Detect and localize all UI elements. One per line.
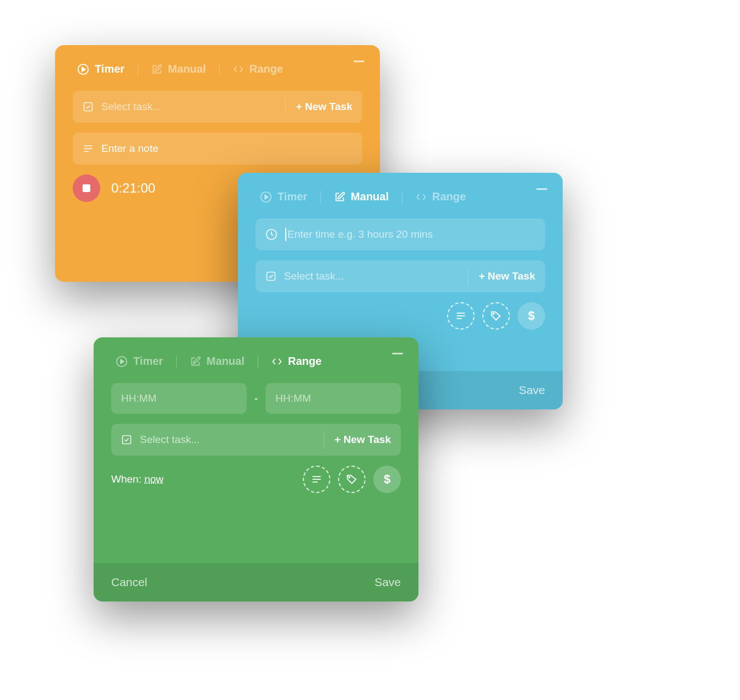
check-square-icon [83, 101, 94, 112]
icon-group: $ [447, 302, 545, 330]
play-circle-icon [116, 356, 128, 368]
task-placeholder: Select task... [284, 270, 458, 282]
when-value[interactable]: now [144, 473, 164, 485]
end-placeholder: HH:MM [275, 392, 311, 404]
time-range-row: HH:MM - HH:MM [111, 383, 401, 414]
save-button[interactable]: Save [519, 384, 545, 397]
tab-divider [402, 191, 402, 203]
icon-group: $ [303, 466, 401, 493]
tab-timer[interactable]: Timer [77, 63, 124, 75]
minimize-button[interactable] [353, 61, 364, 62]
dollar-icon: $ [528, 309, 535, 323]
range-arrows-icon [271, 357, 282, 366]
tab-range-label: Range [288, 355, 322, 368]
minimize-button[interactable] [392, 353, 403, 354]
billable-button[interactable]: $ [518, 302, 545, 330]
bottom-actions: When: now $ [111, 466, 401, 493]
billable-button[interactable]: $ [373, 466, 401, 493]
note-lines-icon [83, 144, 94, 154]
divider [324, 431, 324, 449]
range-arrows-icon [233, 65, 244, 74]
tab-manual-label: Manual [168, 63, 206, 75]
edit-icon [334, 192, 345, 203]
tabs: Timer Manual Range [111, 355, 401, 368]
tabs: Timer Manual Range [73, 63, 362, 75]
note-placeholder: Enter a note [101, 143, 352, 155]
range-card: Timer Manual Range HH:MM - HH:MM Sel [94, 337, 418, 601]
tab-divider [176, 356, 177, 368]
task-select-row[interactable]: Select task... + New Task [255, 260, 545, 292]
when-row: When: now [111, 473, 164, 485]
end-time-input[interactable]: HH:MM [265, 383, 401, 414]
svg-rect-13 [123, 436, 131, 444]
bottom-actions: $ [255, 302, 545, 330]
tab-timer-label: Timer [133, 355, 163, 368]
tab-divider [320, 191, 321, 203]
task-placeholder: Select task... [101, 101, 275, 113]
tabs: Timer Manual Range [255, 190, 545, 203]
svg-rect-7 [267, 272, 275, 281]
when-label: When: [111, 473, 142, 485]
tab-range[interactable]: Range [233, 63, 283, 75]
save-button[interactable]: Save [374, 576, 401, 589]
time-input[interactable]: Enter time e.g. 3 hours 20 mins [255, 218, 545, 250]
svg-point-17 [349, 477, 350, 478]
tab-range-label: Range [432, 190, 466, 203]
time-placeholder: Enter time e.g. 3 hours 20 mins [287, 228, 535, 240]
elapsed-time: 0:21:00 [111, 181, 155, 196]
check-square-icon [265, 271, 276, 282]
svg-point-11 [493, 313, 494, 314]
task-placeholder: Select task... [140, 434, 314, 446]
tab-range[interactable]: Range [271, 355, 322, 368]
check-square-icon [121, 434, 132, 445]
tab-timer-label: Timer [278, 190, 307, 203]
dollar-icon: $ [384, 472, 390, 486]
text-cursor [285, 228, 286, 241]
divider [468, 267, 469, 285]
task-select-row[interactable]: Select task... + New Task [111, 424, 401, 456]
task-select-row[interactable]: Select task... + New Task [73, 91, 362, 123]
tab-divider [219, 63, 220, 75]
range-arrows-icon [416, 193, 427, 201]
new-task-button[interactable]: + New Task [296, 101, 352, 113]
new-task-button[interactable]: + New Task [334, 434, 391, 446]
tab-manual[interactable]: Manual [190, 355, 244, 368]
tab-manual[interactable]: Manual [151, 63, 206, 75]
start-placeholder: HH:MM [121, 392, 156, 404]
stop-button[interactable] [73, 174, 100, 202]
tab-timer[interactable]: Timer [116, 355, 163, 368]
note-button[interactable] [447, 302, 475, 330]
cancel-button[interactable]: Cancel [111, 576, 147, 589]
card-footer: Cancel Save [94, 563, 418, 601]
range-dash: - [254, 392, 258, 405]
play-circle-icon [77, 63, 89, 75]
tab-range-label: Range [249, 63, 283, 75]
tab-divider [258, 356, 258, 368]
minimize-button[interactable] [536, 188, 547, 190]
stop-icon [83, 184, 90, 192]
tab-manual-label: Manual [206, 355, 244, 368]
note-button[interactable] [303, 466, 330, 493]
edit-icon [190, 356, 201, 367]
tag-button[interactable] [338, 466, 366, 493]
edit-icon [151, 64, 162, 75]
tag-button[interactable] [482, 302, 510, 330]
clock-icon [265, 228, 278, 240]
play-circle-icon [260, 191, 272, 203]
tab-timer[interactable]: Timer [260, 190, 307, 203]
tab-divider [138, 63, 138, 75]
divider [285, 98, 286, 116]
tab-timer-label: Timer [95, 63, 124, 75]
note-input[interactable]: Enter a note [73, 133, 362, 165]
tab-range[interactable]: Range [416, 190, 466, 203]
svg-rect-1 [84, 103, 92, 111]
tab-manual[interactable]: Manual [334, 190, 389, 203]
start-time-input[interactable]: HH:MM [111, 383, 247, 414]
tab-manual-label: Manual [351, 190, 389, 203]
new-task-button[interactable]: + New Task [478, 270, 535, 282]
